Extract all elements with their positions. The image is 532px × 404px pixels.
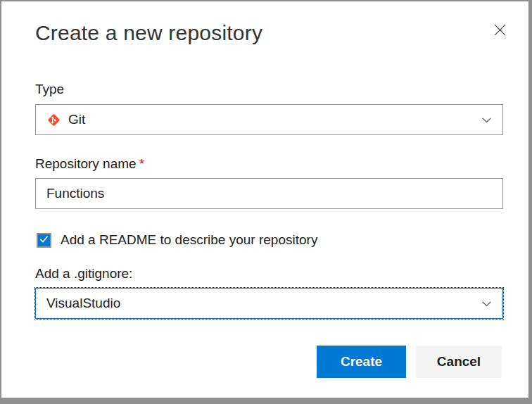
gitignore-dropdown[interactable]: VisualStudio — [35, 288, 503, 319]
close-button[interactable] — [490, 21, 509, 41]
chevron-down-icon — [481, 298, 493, 310]
dialog-title: Create a new repository — [35, 21, 262, 45]
type-dropdown[interactable]: Git — [35, 104, 503, 135]
chevron-down-icon — [481, 114, 493, 126]
create-repository-dialog: Create a new repository Type Git — [0, 0, 530, 399]
type-label: Type — [35, 82, 64, 97]
git-icon — [46, 113, 61, 127]
type-dropdown-value: Git — [68, 112, 85, 127]
close-icon — [493, 23, 507, 39]
readme-checkbox-row[interactable]: Add a README to describe your repository — [37, 232, 317, 248]
readme-checkbox[interactable] — [37, 233, 51, 248]
gitignore-dropdown-value: VisualStudio — [46, 296, 120, 311]
repository-name-input[interactable] — [35, 178, 503, 209]
required-asterisk: * — [139, 156, 144, 171]
cancel-button[interactable]: Cancel — [416, 346, 502, 378]
repository-name-label: Repository name* — [35, 156, 144, 172]
gitignore-label: Add a .gitignore: — [35, 266, 132, 282]
readme-checkbox-label: Add a README to describe your repository — [61, 232, 317, 248]
check-icon — [38, 233, 50, 248]
create-button[interactable]: Create — [317, 346, 406, 378]
